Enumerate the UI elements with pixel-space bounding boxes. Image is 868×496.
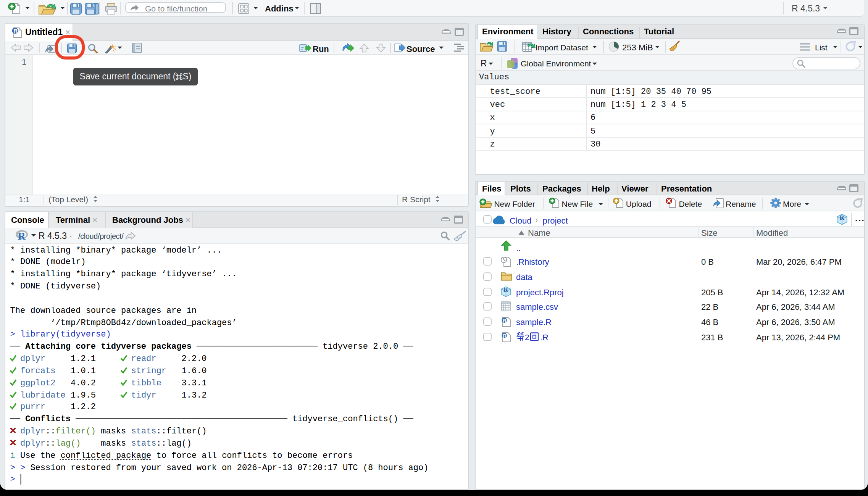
svg-text:R: R — [503, 333, 507, 338]
svg-text:R: R — [503, 287, 508, 294]
svg-text:R: R — [839, 214, 844, 221]
svg-text:R: R — [13, 27, 17, 34]
svg-text:R: R — [503, 317, 507, 323]
svg-text:2: 2 — [525, 333, 529, 341]
svg-text:R: R — [17, 230, 25, 242]
